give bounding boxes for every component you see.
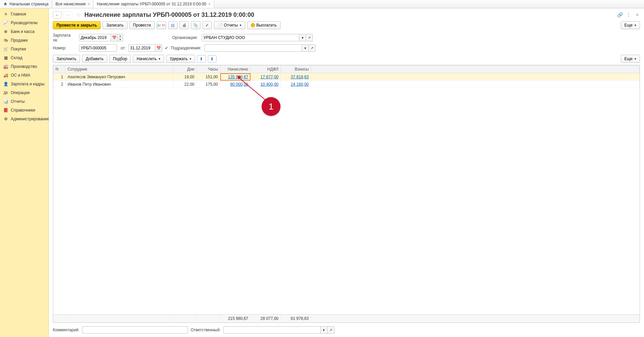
attach-button[interactable]: 📎 <box>191 21 200 29</box>
dt-kt-button[interactable]: ДтКт <box>157 21 166 29</box>
table-more-button[interactable]: Еще ▾ <box>621 55 640 63</box>
open-link-icon[interactable]: ↗ <box>309 44 315 52</box>
doc-icon-button[interactable]: ▤ <box>168 21 178 29</box>
sidebar-item-warehouse[interactable]: ▦ Склад <box>0 53 48 62</box>
pick-button[interactable]: Подбор <box>109 55 131 63</box>
title-row: ← → ☆ Начисление зарплаты УРБП-000005 от… <box>49 8 644 20</box>
sidebar-item-label: Продажи <box>11 38 28 43</box>
link-icon[interactable]: 🔗 <box>616 11 623 18</box>
col-n[interactable]: N <box>53 66 66 73</box>
favorite-icon[interactable]: ☆ <box>76 11 81 18</box>
number-input[interactable] <box>79 44 117 52</box>
responsible-label: Ответственный: <box>191 328 221 332</box>
sidebar-item-reports[interactable]: 📊 Отчеты <box>0 97 48 106</box>
print-button[interactable]: 🖨 <box>180 21 189 29</box>
menu-icon: ≡ <box>3 12 8 16</box>
accrue-button[interactable]: Начислить ▾ <box>133 55 164 63</box>
annotation-label: 1 <box>269 101 273 112</box>
cell-n: 1 <box>53 73 66 81</box>
grid-icon: ▦ <box>3 55 8 60</box>
main: ← → ☆ Начисление зарплаты УРБП-000005 от… <box>49 8 644 337</box>
sidebar-item-production[interactable]: 🏭 Производство <box>0 62 48 71</box>
table-scroll[interactable] <box>53 88 640 314</box>
open-link-icon[interactable]: ↗ <box>306 34 313 41</box>
cell-ndfl[interactable]: 17 677,00 <box>251 73 281 81</box>
sidebar-item-assets[interactable]: 🚚 ОС и НМА <box>0 71 48 80</box>
responsible-input[interactable] <box>223 326 321 334</box>
sidebar-item-label: Руководителю <box>11 20 38 25</box>
table-row[interactable]: 2Иванов Петр Иванович22,00175,0080 000,0… <box>53 81 640 88</box>
write-button[interactable]: Записать <box>103 21 127 29</box>
col-days[interactable]: Дни <box>173 66 197 73</box>
org-label: Организация: <box>172 35 199 40</box>
cell-contrib[interactable]: 24 160,00 <box>281 81 311 88</box>
pay-button[interactable]: Выплатить <box>247 21 280 29</box>
tab-home[interactable]: Начальная страница <box>0 0 52 8</box>
chevron-down-icon: ▾ <box>159 57 160 60</box>
sidebar-item-sales[interactable]: 🛍 Продажи <box>0 36 48 45</box>
book-icon: 📕 <box>3 108 8 113</box>
close-icon[interactable]: × <box>634 11 641 18</box>
dept-input[interactable] <box>204 44 302 52</box>
sidebar-item-label: Склад <box>11 55 23 60</box>
sidebar-item-main[interactable]: ≡ Главное <box>0 10 48 18</box>
table-row[interactable]: 1Ахилесов Эммануил Петрович19,00151,0013… <box>53 73 640 81</box>
sidebar-item-admin[interactable]: ⚙ Администрирование <box>0 115 48 123</box>
comment-input[interactable] <box>82 326 188 334</box>
bank-icon: ⊕ <box>3 29 8 34</box>
tab-all-accruals[interactable]: Все начисления × <box>52 0 93 8</box>
salary-for-input[interactable] <box>79 34 111 41</box>
bars-icon: 📊 <box>3 99 8 104</box>
close-icon[interactable]: × <box>209 2 211 6</box>
chevron-down-icon[interactable]: ▾ <box>299 34 306 41</box>
cell-ndfl[interactable]: 10 400,00 <box>251 81 281 88</box>
sidebar-item-payroll[interactable]: 👤 Зарплата и кадры <box>0 80 48 88</box>
bottom-row: Комментарий: Ответственный: ▾ ↗ <box>49 324 644 337</box>
tab-payroll-doc[interactable]: Начисление зарплаты УРБП-000005 от 31.12… <box>93 0 214 8</box>
sidebar-item-manager[interactable]: 📈 Руководителю <box>0 18 48 27</box>
sidebar-item-references[interactable]: 📕 Справочники <box>0 106 48 115</box>
close-icon[interactable]: × <box>88 2 90 6</box>
back-button[interactable]: ← <box>53 11 62 18</box>
sidebar-item-purchases[interactable]: 🛒 Покупки <box>0 45 48 53</box>
col-hours[interactable]: Часы <box>197 66 220 73</box>
col-ndfl[interactable]: НДФЛ <box>251 66 281 73</box>
post-button[interactable]: Провести <box>129 21 155 29</box>
more-icon[interactable]: ⋮ <box>625 11 632 18</box>
period-stepper[interactable]: ▲▼ <box>118 34 123 41</box>
calendar-icon[interactable]: 📅 <box>111 34 118 41</box>
col-accrued[interactable]: Начислено <box>220 66 251 73</box>
structure-button[interactable]: ✓ <box>202 21 212 29</box>
sidebar-item-label: Операции <box>11 90 30 95</box>
open-link-icon[interactable]: ↗ <box>328 326 334 334</box>
gear-icon: ⚙ <box>3 117 8 121</box>
col-contrib[interactable]: Взносы <box>281 66 311 73</box>
cell-accrued[interactable]: 135 980,67 <box>220 73 251 81</box>
table-toolbar: Заполнить Добавить Подбор Начислить ▾ Уд… <box>49 53 644 65</box>
reports-button[interactable]: 📄 Отчеты ▾ <box>214 21 245 29</box>
chevron-down-icon[interactable]: ▾ <box>302 44 309 52</box>
date-input[interactable] <box>128 44 155 52</box>
more-button[interactable]: Еще ▾ <box>621 21 640 29</box>
calendar-icon[interactable]: 📅 <box>155 44 162 52</box>
fill-button[interactable]: Заполнить <box>53 55 80 63</box>
total-contrib: 61 978,63 <box>281 315 311 323</box>
from-label: от: <box>120 46 126 50</box>
sidebar: ≡ Главное 📈 Руководителю ⊕ Банк и касса … <box>0 8 49 337</box>
add-button[interactable]: Добавить <box>82 55 107 63</box>
move-up-button[interactable]: ⬆ <box>197 55 206 62</box>
col-employee[interactable]: Сотрудник <box>66 66 173 73</box>
sidebar-item-bank[interactable]: ⊕ Банк и касса <box>0 27 48 36</box>
org-input[interactable] <box>202 34 299 41</box>
move-down-button[interactable]: ⬇ <box>208 55 217 62</box>
sidebar-item-label: Справочники <box>11 108 35 113</box>
cell-contrib[interactable]: 37 818,63 <box>281 73 311 81</box>
post-and-close-button[interactable]: Провести и закрыть <box>53 21 101 29</box>
forward-button[interactable]: → <box>64 11 72 18</box>
status-icon: ✔ <box>165 46 168 50</box>
person-icon: 👤 <box>3 82 8 86</box>
sidebar-item-operations[interactable]: ДК Операции <box>0 88 48 97</box>
chevron-down-icon[interactable]: ▾ <box>321 326 328 334</box>
withhold-button[interactable]: Удержать ▾ <box>166 55 195 63</box>
chart-icon: 📈 <box>3 20 8 25</box>
